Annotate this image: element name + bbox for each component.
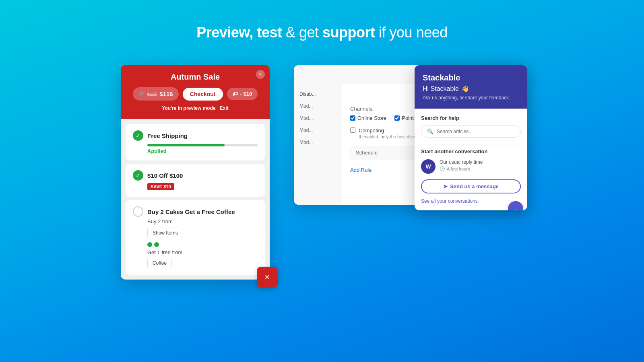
agent-info-block: Our usual reply time 🕐 A few hours [440, 159, 483, 171]
close-button[interactable]: × [256, 70, 265, 79]
send-message-label: Send us a message [450, 183, 499, 189]
check-icon-shipping: ✓ [133, 130, 143, 141]
reply-time-label: Our usual reply time [440, 159, 483, 165]
coffee-button[interactable]: Coffee [147, 258, 172, 268]
right-panel: Run Setup Gui... Disab... Mod... Mod... … [294, 65, 523, 205]
dot-row [147, 242, 258, 247]
agent-avatar: W [421, 159, 436, 174]
stackable-subtitle: Ask us anything, or share your feedback. [423, 95, 519, 101]
autumn-sale-panel: Autumn Sale × 🛒 $126 $116 Checkout 🏷 - $… [121, 65, 270, 280]
buy-cakes-title: Buy 2 Cakes Get a Free Coffee [147, 208, 235, 215]
greeting-text: Hi Stackable [423, 85, 459, 93]
free-shipping-card: ✓ Free Shipping Applied [126, 124, 265, 160]
save-badge: SAVE $10 [147, 183, 174, 190]
progress-bar [147, 144, 258, 146]
send-message-button[interactable]: ➤ Send us a message [421, 179, 521, 193]
page-header: Preview, test & get support if you need [196, 24, 447, 41]
channel-online-store[interactable]: Online Store [350, 115, 386, 121]
check-icon-discount: ✓ [133, 170, 143, 181]
add-rule-button[interactable]: Add Rule [350, 164, 372, 176]
send-icon: ➤ [443, 183, 448, 189]
sidebar-item-3[interactable]: Mod... [294, 112, 342, 124]
autumn-sale-title: Autumn Sale [129, 72, 262, 82]
cart-pill: 🛒 $126 $116 [133, 87, 179, 101]
free-shipping-title: Free Shipping [147, 132, 188, 139]
search-input-wrap[interactable]: 🔍 [421, 125, 521, 138]
header-text: Preview, test & get support if you need [196, 24, 447, 41]
stackable-header: Stackable Hi Stackable 👋 Ask us anything… [415, 65, 527, 109]
show-items-button[interactable]: Show Items [147, 228, 183, 238]
discount-value: - $10 [240, 91, 252, 97]
progress-fill [147, 144, 225, 146]
sidebar-item-2[interactable]: Mod... [294, 100, 342, 112]
sidebar-item-4[interactable]: Mod... [294, 124, 342, 136]
stackable-logo: Stackable [423, 73, 519, 82]
sidebar-item-1[interactable]: Disab... [294, 88, 342, 100]
see-conversations-link[interactable]: See all your conversations [421, 198, 521, 204]
conversation-label: Start another conversation [421, 148, 521, 154]
clock-icon: 🕐 [440, 166, 445, 171]
dot-1 [147, 242, 152, 247]
ten-off-title: $10 Off $100 [147, 172, 183, 179]
applied-text: Applied [147, 148, 258, 154]
sale-cards: ✓ Free Shipping Applied ✓ $10 Off $100 S… [121, 119, 270, 280]
new-price: $116 [159, 90, 173, 97]
ten-off-header: ✓ $10 Off $100 [133, 170, 258, 181]
wave-emoji: 👋 [461, 85, 469, 93]
ten-off-card: ✓ $10 Off $100 SAVE $10 [126, 164, 265, 197]
search-help-label: Search for help [421, 115, 521, 121]
cart-row: 🛒 $126 $116 Checkout 🏷 - $10 [129, 87, 262, 101]
buy-cakes-header: Buy 2 Cakes Get a Free Coffee [133, 206, 258, 217]
reply-time-value: 🕐 A few hours [440, 166, 483, 171]
buy-cakes-card: Buy 2 Cakes Get a Free Coffee Buy 2 from… [126, 200, 265, 275]
preview-mode-text: You're in preview mode Exit [129, 105, 262, 111]
divider [421, 144, 521, 144]
stackable-panel: Stackable Hi Stackable 👋 Ask us anything… [415, 65, 527, 210]
dot-2 [154, 242, 159, 247]
channel-pos-checkbox[interactable] [394, 115, 400, 121]
agent-row: W Our usual reply time 🕐 A few hours [421, 159, 521, 174]
old-price: $126 [147, 92, 157, 97]
stackable-greeting: Hi Stackable 👋 [423, 85, 519, 93]
channel-online-store-checkbox[interactable] [350, 115, 355, 121]
discount-pill: 🏷 - $10 [227, 88, 258, 100]
exit-link[interactable]: Exit [220, 105, 229, 111]
sidebar-item-5[interactable]: Mod... [294, 136, 342, 148]
buy-from-text: Buy 2 from [147, 218, 258, 224]
search-icon: 🔍 [427, 128, 433, 134]
search-input[interactable] [437, 129, 515, 134]
tag-icon: 🏷 [233, 91, 238, 97]
cart-icon: 🛒 [138, 91, 145, 97]
main-content: Autumn Sale × 🛒 $126 $116 Checkout 🏷 - $… [0, 65, 644, 280]
sidebar-menu: Disab... Mod... Mod... Mod... Mod... [294, 84, 342, 205]
get-free-text: Get 1 free from [147, 249, 258, 255]
autumn-sale-header: Autumn Sale × 🛒 $126 $116 Checkout 🏷 - $… [121, 65, 270, 119]
stackable-body: Search for help 🔍 Start another conversa… [415, 109, 527, 210]
checkout-button[interactable]: Checkout [183, 88, 223, 101]
free-shipping-header: ✓ Free Shipping [133, 130, 258, 141]
competing-checkbox[interactable] [350, 128, 355, 133]
red-x-button[interactable]: × [257, 267, 278, 288]
empty-circle-icon [133, 206, 143, 217]
